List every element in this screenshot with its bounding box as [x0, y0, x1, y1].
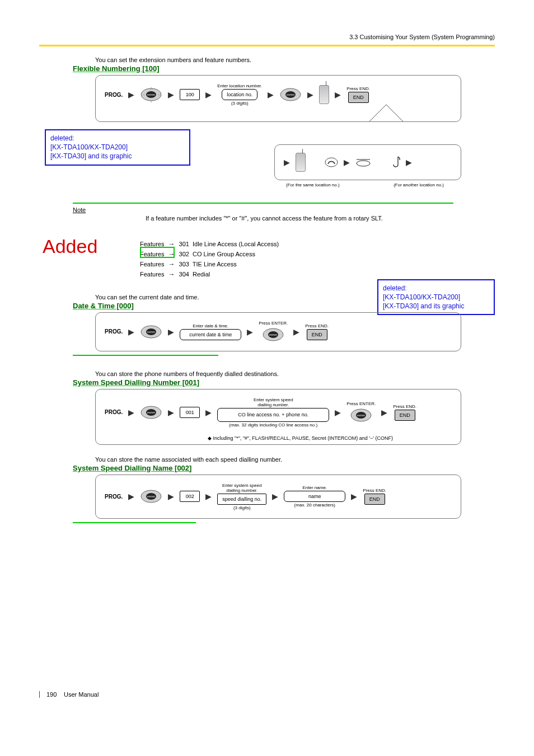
added-annotation: Added — [43, 236, 97, 257]
svg-point-10 — [325, 158, 338, 167]
dt-body-box: current date & time — [180, 329, 241, 340]
flex-note: Note If a feature number includes "*" or… — [73, 206, 495, 223]
arrow-icon: ▶ — [284, 158, 290, 167]
press-end-cap: Press END. — [305, 323, 329, 328]
svg-text:▽: ▽ — [150, 100, 153, 103]
arrow-icon: ▶ — [247, 327, 253, 336]
ssd-long-a: CO line access no. — [238, 412, 280, 417]
ssdnum-intro: You can store the phone numbers of frequ… — [95, 370, 495, 377]
deleted2-l3: [KX-TDA30] and its graphic — [383, 302, 489, 311]
flex-num-intro: You can set the extension numbers and fe… — [95, 57, 495, 63]
arrow-icon: ▶ — [381, 408, 387, 417]
end-box: END — [348, 92, 369, 103]
svg-text:ENTER: ENTER — [147, 411, 155, 414]
arrow-icon: ▶ — [168, 90, 174, 99]
added-row: Features → 303 TIE Line Access — [140, 259, 495, 269]
ssdname-intro: You can store the name associated with e… — [95, 456, 495, 463]
arrow-icon: ▶ — [268, 90, 274, 99]
ssdnm-box2-hint: (3 digits) — [233, 505, 251, 510]
deleted-annotation-1: deleted: [KX-TDA100/KX-TDA200] [KX-TDA30… — [45, 129, 190, 166]
enter-cap: Press ENTER. — [346, 401, 376, 406]
deleted1-l1: deleted: — [50, 134, 185, 143]
added-row: Features → 304 Redial — [140, 269, 495, 279]
end-box: END — [364, 494, 385, 505]
added-row-mid2: Idle Line Access (Local Access) — [193, 241, 279, 247]
added-row-mid1: 301 — [179, 241, 189, 247]
dt-enter-header: Enter date & time. — [193, 323, 228, 328]
added-row-left: Features — [140, 261, 164, 267]
deleted2-l2: [KX-TDA100/KX-TDA200] — [383, 293, 489, 302]
arrow-icon: ▶ — [406, 158, 412, 167]
ssdnm-h1: Enter system speed dialling number. — [222, 483, 262, 493]
deleted1-l2: [KX-TDA100/KX-TDA200] — [50, 143, 185, 152]
arrow-icon: ▶ — [205, 408, 212, 417]
green-underline — [73, 355, 218, 356]
ssd-h1: Enter system speed dialling number. — [254, 397, 293, 407]
enter-icon: ENTER△▽◁▷ — [140, 86, 162, 103]
code-box: 001 — [180, 407, 200, 418]
enter-icon: ENTER — [140, 404, 162, 421]
prog-label: PROG. — [105, 328, 123, 335]
end-box: END — [395, 410, 415, 421]
enter-icon: ENTER — [140, 488, 162, 505]
deleted1-l3: [KX-TDA30] and its graphic — [50, 152, 185, 161]
arrow-icon: ▶ — [128, 90, 134, 99]
arrow-icon: ▶ — [351, 492, 357, 501]
svg-text:ENTER: ENTER — [147, 93, 155, 96]
ssd-longbox: CO line access no. + phone no. — [217, 408, 329, 422]
arrow-icon: ▶ — [168, 408, 174, 417]
ssdnm-h2: Enter name. — [303, 485, 327, 490]
arrow-icon: ▶ — [344, 158, 350, 167]
svg-point-11 — [357, 161, 370, 166]
added-rows: Features → 301 Idle Line Access (Local A… — [140, 239, 495, 279]
page-number: 190 — [46, 691, 62, 698]
enter-icon: ENTER — [262, 326, 284, 343]
code-box: 002 — [180, 491, 200, 502]
ssdname-flow: PROG. ▶ ENTER ▶ 002 ▶ Enter system speed… — [95, 475, 461, 519]
svg-text:ENTER: ENTER — [287, 93, 295, 96]
added-row-mid1: 304 — [179, 271, 189, 278]
ssdnum-heading: System Speed Dialling Number [001] — [73, 378, 495, 387]
added-row-left: Features — [140, 241, 164, 247]
arrow-icon: ▶ — [128, 408, 134, 417]
prog-label: PROG. — [105, 494, 123, 500]
phone-icon — [319, 85, 329, 104]
cont1-cap: (For the same location no.) — [286, 182, 340, 187]
press-end-cap: Press END. — [346, 86, 370, 91]
doc-title: User Manual — [64, 691, 99, 698]
deleted2-l1: deleted: — [383, 284, 489, 293]
ssdnm-namebox: name — [284, 491, 345, 502]
code-box: 100 — [180, 89, 200, 100]
arrow-icon: ▶ — [128, 327, 134, 336]
arrow-icon: ▶ — [335, 408, 341, 417]
added-row: Features → 302 CO Line Group Access — [140, 249, 495, 259]
ssdname-heading: System Speed Dialling Name [002] — [73, 464, 495, 472]
svg-text:ENTER: ENTER — [147, 331, 155, 334]
dt-enter-cap: Press ENTER. — [259, 321, 288, 326]
svg-text:ENTER: ENTER — [269, 334, 277, 336]
added-row-mid2: Redial — [193, 271, 210, 278]
flex-num-continue-flow: ▶ ▶ ▶ To continue (For the same location… — [274, 144, 461, 180]
green-underline — [73, 203, 453, 204]
ssdnm-box2: speed dialling no. — [217, 494, 266, 505]
location-hint: (3 digits) — [231, 101, 249, 106]
note-label: Note — [73, 206, 86, 213]
header-rule — [39, 45, 495, 46]
added-row-mid1: 302 — [179, 251, 189, 257]
enter-icon: ENTER — [140, 323, 162, 340]
arrow-icon: ▶ — [128, 492, 134, 501]
added-greenbox — [140, 247, 175, 258]
oval-key-icon — [355, 157, 371, 167]
ssdnum-flow: PROG. ▶ ENTER ▶ 001 ▶ Enter system speed… — [95, 389, 461, 445]
phone-icon — [296, 153, 306, 172]
enter-icon: ENTER — [350, 407, 372, 424]
prog-label: PROG. — [105, 409, 123, 415]
datetime-flow: PROG. ▶ ENTER ▶ Enter date & time. curre… — [95, 312, 461, 351]
arrow-icon: ▶ — [168, 327, 174, 336]
location-header: Enter location number. — [217, 83, 262, 88]
note-icon — [392, 156, 400, 169]
arrow-icon: ▶ — [205, 492, 212, 501]
svg-text:ENTER: ENTER — [147, 495, 155, 498]
svg-text:◁: ◁ — [142, 93, 144, 96]
added-row-left: Features — [140, 271, 164, 278]
